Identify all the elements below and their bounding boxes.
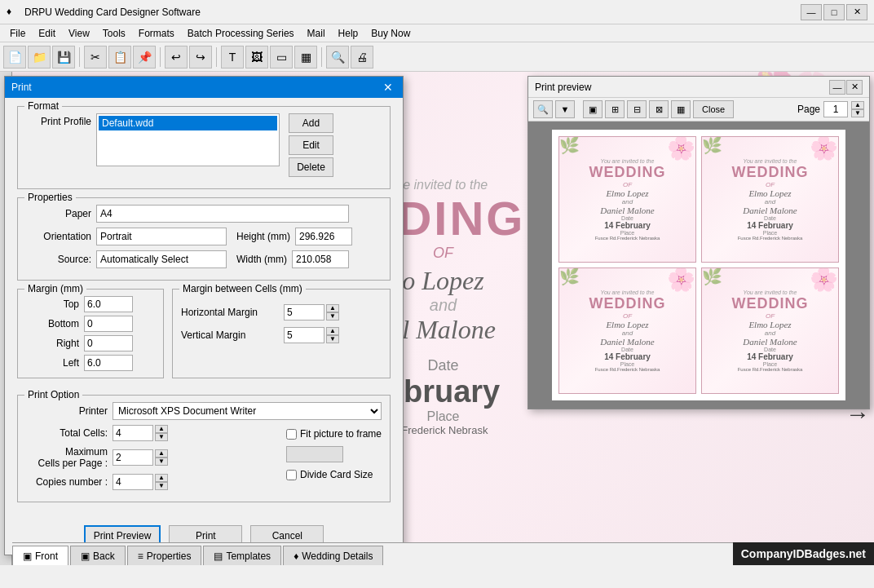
card4-wedding: WEDDING bbox=[732, 295, 809, 312]
preview-view4[interactable]: ⊠ bbox=[649, 100, 669, 118]
max-cells-up[interactable]: ▲ bbox=[155, 449, 168, 458]
add-profile-btn[interactable]: Add bbox=[289, 113, 333, 133]
bottom-input[interactable] bbox=[84, 316, 133, 332]
preview-close[interactable]: ✕ bbox=[846, 80, 863, 95]
toolbar-print[interactable]: 🖨 bbox=[351, 46, 373, 69]
paper-input[interactable] bbox=[96, 205, 349, 223]
toolbar-redo[interactable]: ↪ bbox=[189, 46, 212, 69]
delete-profile-btn[interactable]: Delete bbox=[289, 157, 333, 177]
card4-date: 14 February bbox=[747, 352, 793, 361]
v-margin-up[interactable]: ▲ bbox=[326, 327, 339, 335]
copies-input[interactable] bbox=[113, 474, 153, 490]
toolbar-open[interactable]: 📁 bbox=[28, 46, 51, 69]
tab-back[interactable]: ▣ Back bbox=[70, 546, 126, 565]
canvas-place-label: Place bbox=[426, 409, 459, 424]
orientation-input[interactable] bbox=[96, 228, 227, 245]
printer-label: Printer bbox=[26, 405, 108, 417]
card2-name2: Daniel Malone bbox=[743, 206, 797, 215]
max-cells-down[interactable]: ▼ bbox=[155, 458, 168, 466]
tab-properties[interactable]: ≡ Properties bbox=[127, 546, 202, 565]
toolbar-text[interactable]: T bbox=[221, 46, 244, 69]
toolbar-copy[interactable]: 📋 bbox=[108, 46, 131, 69]
toolbar-zoom-in[interactable]: 🔍 bbox=[326, 46, 349, 69]
menu-buynow[interactable]: Buy Now bbox=[364, 26, 417, 41]
tab-wedding-details[interactable]: ♦ Wedding Details bbox=[283, 546, 383, 565]
h-margin-down[interactable]: ▼ bbox=[326, 312, 339, 321]
menu-formats[interactable]: Formats bbox=[132, 26, 181, 41]
margins-section: Margin (mm) Top Bottom Right Left Margin bbox=[17, 289, 391, 387]
profile-list[interactable]: Default.wdd bbox=[96, 113, 280, 166]
preview-view3[interactable]: ⊟ bbox=[627, 100, 647, 118]
card1-place-label: Place bbox=[620, 230, 635, 236]
max-cells-input[interactable] bbox=[113, 449, 153, 466]
menu-edit[interactable]: Edit bbox=[32, 26, 62, 41]
preview-dropdown[interactable]: ▼ bbox=[555, 100, 575, 118]
preview-view2[interactable]: ⊞ bbox=[605, 100, 625, 118]
card2-place: Fusce Rd.Frederick Nebraska bbox=[738, 236, 803, 241]
preview-view5[interactable]: ▦ bbox=[671, 100, 691, 118]
menu-help[interactable]: Help bbox=[332, 26, 365, 41]
toolbar-cut[interactable]: ✂ bbox=[84, 46, 107, 69]
copies-down[interactable]: ▼ bbox=[155, 482, 168, 490]
height-input[interactable] bbox=[295, 228, 352, 245]
toolbar-image[interactable]: 🖼 bbox=[245, 46, 268, 69]
paper-row: Paper bbox=[26, 205, 382, 223]
print-dialog-close[interactable]: ✕ bbox=[380, 79, 396, 95]
close-button[interactable]: ✕ bbox=[846, 4, 867, 20]
total-cells-input[interactable] bbox=[113, 425, 153, 441]
source-row: Source: Width (mm) bbox=[26, 250, 382, 268]
card3-and: and bbox=[622, 329, 633, 337]
v-margin-input[interactable] bbox=[284, 327, 324, 343]
print-dialog: Print ✕ Format Print Profile Default.wdd… bbox=[4, 76, 404, 555]
preview-card-1: 🌸 🌿 You are invited to the WEDDING OF El… bbox=[558, 136, 696, 263]
toolbar-barcode[interactable]: ▦ bbox=[294, 46, 317, 69]
tab-front[interactable]: ▣ Front bbox=[12, 546, 68, 565]
v-spinner-buttons: ▲ ▼ bbox=[326, 327, 339, 343]
preview-close-btn[interactable]: Close bbox=[693, 100, 734, 118]
v-margin-down[interactable]: ▼ bbox=[326, 335, 339, 343]
menu-view[interactable]: View bbox=[62, 26, 96, 41]
source-input[interactable] bbox=[96, 250, 227, 268]
profile-item-default[interactable]: Default.wdd bbox=[99, 116, 277, 130]
menu-tools[interactable]: Tools bbox=[96, 26, 132, 41]
toolbar-paste[interactable]: 📌 bbox=[133, 46, 156, 69]
edit-profile-btn[interactable]: Edit bbox=[289, 135, 333, 155]
divide-card-checkbox[interactable] bbox=[286, 470, 297, 480]
toolbar-new[interactable]: 📄 bbox=[3, 46, 26, 69]
app-title: DRPU Wedding Card Designer Software bbox=[24, 7, 801, 18]
menu-file[interactable]: File bbox=[3, 26, 32, 41]
toolbar-save[interactable]: 💾 bbox=[52, 46, 75, 69]
top-input[interactable] bbox=[84, 296, 133, 312]
format-group-label: Format bbox=[24, 100, 62, 112]
card4-flower: 🌸 bbox=[810, 268, 838, 291]
left-input[interactable] bbox=[84, 355, 133, 371]
toolbar-sep-1 bbox=[79, 47, 80, 67]
source-label: Source: bbox=[26, 254, 91, 265]
page-down[interactable]: ▼ bbox=[851, 109, 864, 117]
tab-templates[interactable]: ▤ Templates bbox=[203, 546, 281, 565]
right-input[interactable] bbox=[84, 335, 133, 351]
h-margin-input[interactable] bbox=[284, 304, 324, 321]
menu-batch[interactable]: Batch Processing Series bbox=[181, 26, 301, 41]
toolbar-shape[interactable]: ▭ bbox=[270, 46, 293, 69]
preview-page-input[interactable] bbox=[823, 101, 848, 117]
maximize-button[interactable]: □ bbox=[823, 4, 845, 20]
width-input[interactable] bbox=[292, 250, 349, 268]
copies-up[interactable]: ▲ bbox=[155, 474, 168, 482]
fit-picture-checkbox[interactable] bbox=[286, 429, 297, 440]
total-cells-down[interactable]: ▼ bbox=[155, 433, 168, 441]
cells-and-fit-row: Total Cells: ▲ ▼ Maximum bbox=[26, 425, 382, 495]
card4-place: Fusce Rd.Frederick Nebraska bbox=[738, 367, 803, 372]
h-margin-up[interactable]: ▲ bbox=[326, 304, 339, 312]
preview-minimize[interactable]: — bbox=[829, 80, 845, 95]
total-cells-up[interactable]: ▲ bbox=[155, 425, 168, 433]
card1-of: OF bbox=[623, 181, 632, 188]
minimize-button[interactable]: — bbox=[801, 4, 822, 20]
preview-view1[interactable]: ▣ bbox=[583, 100, 603, 118]
page-up[interactable]: ▲ bbox=[851, 101, 864, 109]
printer-select[interactable]: Microsoft XPS Document Writer bbox=[113, 402, 382, 420]
menu-mail[interactable]: Mail bbox=[301, 26, 332, 41]
preview-zoom-out[interactable]: 🔍 bbox=[533, 100, 553, 118]
toolbar-undo[interactable]: ↩ bbox=[165, 46, 188, 69]
cells-section: Total Cells: ▲ ▼ Maximum bbox=[26, 425, 270, 495]
